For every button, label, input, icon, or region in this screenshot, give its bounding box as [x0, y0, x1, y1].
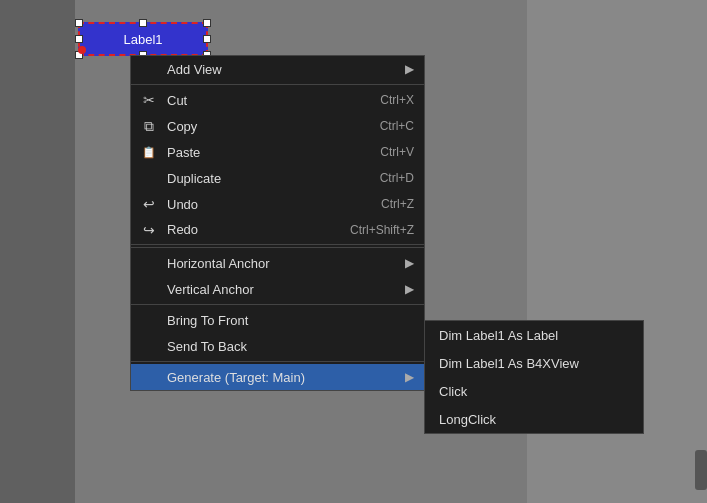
menu-label-cut: Cut	[167, 93, 360, 108]
menu-item-duplicate[interactable]: Duplicate Ctrl+D	[131, 165, 424, 191]
menu-label-paste: Paste	[167, 145, 360, 160]
scrollbar[interactable]	[695, 450, 707, 490]
menu-item-bring-to-front[interactable]: Bring To Front	[131, 307, 424, 333]
submenu-item-longclick[interactable]: LongClick	[425, 405, 643, 433]
copy-icon: ⧉	[139, 116, 159, 136]
divider-4	[131, 361, 424, 362]
menu-label-generate: Generate (Target: Main)	[167, 370, 395, 385]
redo-icon: ↪	[139, 220, 159, 240]
menu-item-redo[interactable]: ↪ Redo Ctrl+Shift+Z	[131, 217, 424, 245]
submenu-label-click: Click	[439, 384, 467, 399]
menu-label-vertical-anchor: Vertical Anchor	[167, 282, 395, 297]
cut-icon: ✂	[139, 90, 159, 110]
paste-icon: 📋	[139, 142, 159, 162]
menu-label-duplicate: Duplicate	[167, 171, 360, 186]
submenu-item-click[interactable]: Click	[425, 377, 643, 405]
undo-icon: ↩	[139, 194, 159, 214]
menu-label-horizontal-anchor: Horizontal Anchor	[167, 256, 395, 271]
label-text: Label1	[123, 32, 162, 47]
menu-label-redo: Redo	[167, 222, 330, 237]
red-handle-left	[78, 46, 86, 54]
label-element[interactable]: Label1	[78, 22, 208, 56]
menu-item-vertical-anchor[interactable]: Vertical Anchor ▶	[131, 276, 424, 302]
divider-3	[131, 304, 424, 305]
handle-mr	[203, 35, 211, 43]
submenu-item-dim-label[interactable]: Dim Label1 As Label	[425, 321, 643, 349]
shortcut-duplicate: Ctrl+D	[380, 171, 414, 185]
menu-item-send-to-back[interactable]: Send To Back	[131, 333, 424, 359]
handle-tl	[75, 19, 83, 27]
menu-item-copy[interactable]: ⧉ Copy Ctrl+C	[131, 113, 424, 139]
menu-item-cut[interactable]: ✂ Cut Ctrl+X	[131, 87, 424, 113]
shortcut-redo: Ctrl+Shift+Z	[350, 223, 414, 237]
menu-label-bring-to-front: Bring To Front	[167, 313, 414, 328]
menu-item-add-view[interactable]: Add View ▶	[131, 56, 424, 82]
context-menu: Add View ▶ ✂ Cut Ctrl+X ⧉ Copy Ctrl+C 📋 …	[130, 55, 425, 391]
divider-1	[131, 84, 424, 85]
shortcut-cut: Ctrl+X	[380, 93, 414, 107]
arrow-icon-generate: ▶	[405, 370, 414, 384]
arrow-icon-add-view: ▶	[405, 62, 414, 76]
left-panel	[0, 0, 75, 503]
menu-item-undo[interactable]: ↩ Undo Ctrl+Z	[131, 191, 424, 217]
arrow-icon-horizontal: ▶	[405, 256, 414, 270]
menu-label-copy: Copy	[167, 119, 360, 134]
submenu-label-dim-label: Dim Label1 As Label	[439, 328, 558, 343]
shortcut-copy: Ctrl+C	[380, 119, 414, 133]
menu-item-horizontal-anchor[interactable]: Horizontal Anchor ▶	[131, 250, 424, 276]
submenu-generate: Dim Label1 As Label Dim Label1 As B4XVie…	[424, 320, 644, 434]
submenu-item-dim-b4xview[interactable]: Dim Label1 As B4XView	[425, 349, 643, 377]
handle-tr	[203, 19, 211, 27]
menu-label-add-view: Add View	[167, 62, 395, 77]
divider-2	[131, 247, 424, 248]
handle-ml	[75, 35, 83, 43]
submenu-label-longclick: LongClick	[439, 412, 496, 427]
arrow-icon-vertical: ▶	[405, 282, 414, 296]
shortcut-paste: Ctrl+V	[380, 145, 414, 159]
menu-item-paste[interactable]: 📋 Paste Ctrl+V	[131, 139, 424, 165]
submenu-label-dim-b4xview: Dim Label1 As B4XView	[439, 356, 579, 371]
menu-label-undo: Undo	[167, 197, 361, 212]
menu-label-send-to-back: Send To Back	[167, 339, 414, 354]
menu-item-generate[interactable]: Generate (Target: Main) ▶	[131, 364, 424, 390]
handle-tm	[139, 19, 147, 27]
shortcut-undo: Ctrl+Z	[381, 197, 414, 211]
